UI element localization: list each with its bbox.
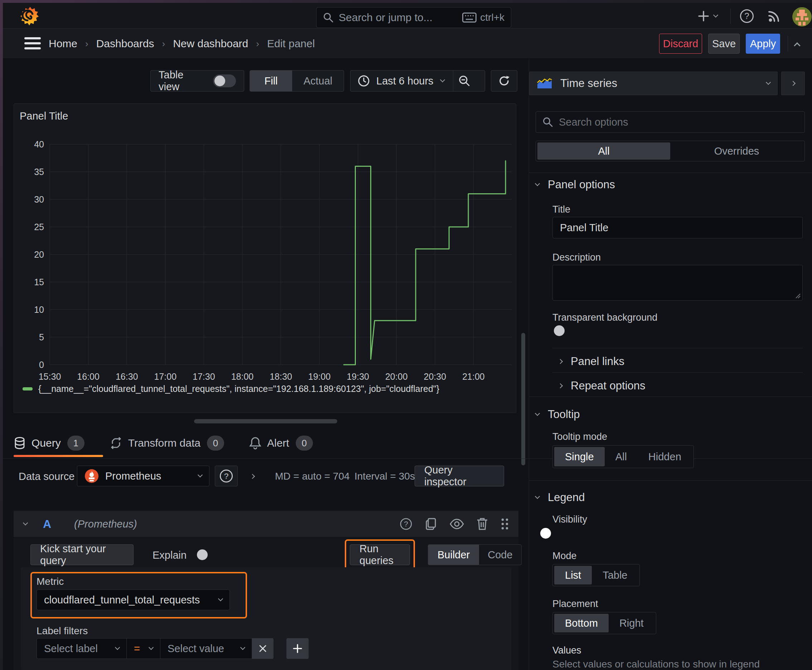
breadcrumb-home[interactable]: Home [49,37,77,50]
time-range-label[interactable]: Last 6 hours [376,75,434,87]
placement-label: Placement [553,599,598,609]
tab-alert-label: Alert [267,437,289,449]
description-textarea[interactable] [553,265,803,301]
plus-icon [697,10,710,22]
help-button[interactable]: ? [737,7,757,25]
svg-text:15:30: 15:30 [39,372,61,382]
repeat-options-title: Repeat options [571,379,646,392]
chevron-down-icon [535,494,540,499]
svg-text:?: ? [404,520,408,528]
chevron-down-icon [198,472,203,477]
tab-all[interactable]: All [537,142,670,160]
tab-transform[interactable]: Transform data 0 [110,436,224,451]
operator-value: = [134,643,140,655]
tab-query[interactable]: Query 1 [14,436,85,451]
remove-icon [259,645,267,653]
panel-links-header[interactable]: Panel links [559,355,624,368]
tooltip-mode-label: Tooltip mode [553,431,607,442]
avatar[interactable] [792,7,812,27]
breadcrumb-new-dashboard[interactable]: New dashboard [173,37,248,50]
datasource-picker[interactable]: Prometheus [77,465,209,486]
main-scrollbar[interactable] [521,333,525,465]
collapse-toolbar-button[interactable] [795,40,800,47]
delete-query-button[interactable] [476,517,488,531]
legend-table-option[interactable]: Table [592,566,638,584]
svg-text:19:30: 19:30 [347,372,369,382]
run-queries-button[interactable]: Run queries [350,544,410,565]
operator-dropdown[interactable]: = [127,638,160,659]
chevron-right-icon [250,474,255,479]
chevron-right-icon [790,81,795,86]
global-search[interactable]: Search or jump to... ctrl+k [316,7,511,28]
query-row-header[interactable]: A (Prometheus) ? [14,511,519,537]
legend-list-option[interactable]: List [554,566,592,584]
max-data-points: MD = auto = 704 [275,470,350,482]
title-input[interactable] [553,217,803,239]
options-search-placeholder: Search options [559,116,628,128]
remove-filter-button[interactable] [252,638,273,659]
options-search[interactable]: Search options [536,111,805,133]
help-icon: ? [400,518,412,530]
drag-icon [500,518,509,530]
prometheus-icon [85,469,99,483]
refresh-button[interactable] [491,70,517,91]
tooltip-header[interactable]: Tooltip [536,408,580,421]
code-option[interactable]: Code [479,545,521,565]
transform-icon [110,437,122,450]
collapse-options-button[interactable] [781,71,805,95]
fill-actual-switch: Fill Actual [249,70,344,91]
tooltip-hidden-option[interactable]: Hidden [637,447,692,466]
search-icon [323,12,334,23]
series-swatch [22,387,32,391]
table-view-toggle[interactable] [213,74,236,87]
placement-right-option[interactable]: Right [609,614,654,633]
tab-transform-label: Transform data [128,437,200,449]
svg-text:10: 10 [34,305,44,315]
breadcrumb-dashboards[interactable]: Dashboards [96,37,154,50]
hide-query-button[interactable] [450,518,464,530]
save-button[interactable]: Save [708,34,740,54]
clock-icon [358,75,370,87]
tooltip-all-option[interactable]: All [605,447,637,466]
drag-query-handle[interactable] [500,518,509,530]
panel-resize-handle[interactable] [194,419,337,423]
visualization-picker[interactable]: Time series [529,71,778,95]
metric-label: Metric [37,576,64,587]
metric-select[interactable]: cloudflared_tunnel_total_requests [37,589,230,610]
actual-option[interactable]: Actual [292,71,344,91]
tab-overrides[interactable]: Overrides [670,142,803,160]
svg-text:35: 35 [34,167,44,177]
tooltip-mode-switch: Single All Hidden [553,445,694,468]
timeseries-chart[interactable]: 051015202530354015:3016:0016:3017:0017:3… [14,104,516,383]
fill-option[interactable]: Fill [250,71,292,91]
apply-button[interactable]: Apply [746,34,780,54]
datasource-help-button[interactable]: ? [215,465,238,486]
query-help-button[interactable]: ? [400,518,412,530]
add-menu-button[interactable] [693,7,722,25]
news-button[interactable] [764,7,784,25]
select-value-dropdown[interactable]: Select value [160,638,252,659]
legend-header[interactable]: Legend [536,491,585,504]
chevron-down-icon [766,80,771,85]
discard-button[interactable]: Discard [659,34,702,54]
select-value-placeholder: Select value [168,643,224,655]
kick-start-button[interactable]: Kick start your query [31,544,134,565]
query-inspector-button[interactable]: Query inspector [415,465,504,486]
tooltip-single-option[interactable]: Single [554,447,605,466]
tab-alert[interactable]: Alert 0 [249,436,313,451]
svg-text:17:00: 17:00 [154,372,176,382]
placement-bottom-option[interactable]: Bottom [554,614,609,633]
add-filter-button[interactable] [286,638,309,659]
menu-icon[interactable] [24,37,41,49]
section-divider [529,173,812,173]
query-options-expander[interactable] [251,473,254,480]
chart-legend[interactable]: {__name__="cloudflared_tunnel_total_requ… [22,384,439,394]
repeat-options-header[interactable]: Repeat options [559,379,646,392]
duplicate-query-button[interactable] [425,518,437,530]
window-edge-left [0,0,3,670]
zoom-out-button[interactable] [453,71,475,91]
select-label-dropdown[interactable]: Select label [37,638,127,659]
builder-option[interactable]: Builder [428,545,479,565]
panel-options-header[interactable]: Panel options [536,178,615,191]
grafana-logo[interactable] [20,6,41,27]
